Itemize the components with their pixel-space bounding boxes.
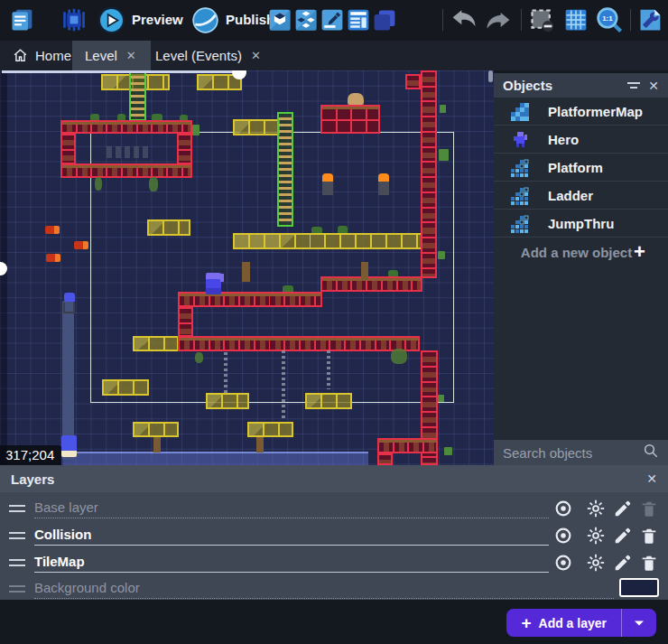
red-col[interactable] [421, 70, 437, 278]
chain[interactable] [282, 350, 285, 420]
post[interactable] [256, 437, 264, 453]
moss[interactable] [438, 395, 444, 402]
edit-layer-icon[interactable] [613, 499, 633, 518]
moss[interactable] [192, 125, 199, 135]
properties-list-icon[interactable] [346, 7, 371, 33]
post[interactable] [242, 262, 250, 282]
red-block[interactable] [320, 105, 380, 134]
close-objects-icon[interactable]: ✕ [648, 79, 659, 93]
layer-name-field[interactable]: Collision [34, 526, 549, 546]
project-manager-icon[interactable] [9, 7, 34, 33]
moss[interactable] [440, 105, 446, 113]
red-row[interactable] [60, 163, 192, 178]
background-color-swatch[interactable] [619, 578, 659, 597]
grass[interactable] [283, 285, 293, 292]
red-col[interactable] [377, 453, 393, 465]
enemy[interactable] [74, 241, 88, 249]
edit-layer-icon[interactable] [613, 553, 633, 573]
layer-name-field[interactable]: Background color [34, 579, 614, 599]
search-objects-input[interactable]: Search objects [494, 440, 668, 465]
grass[interactable] [90, 114, 99, 120]
edit-layer-icon[interactable] [613, 526, 633, 546]
red-row[interactable] [377, 438, 438, 453]
add-new-object-button[interactable]: Add a new object + [494, 238, 668, 266]
delete-layer-icon[interactable] [639, 526, 659, 546]
handle[interactable] [232, 70, 246, 79]
object-row-jumpthru[interactable]: JumpThru [494, 210, 668, 238]
vine[interactable] [195, 352, 203, 363]
deselect-icon[interactable] [529, 7, 554, 33]
yellow[interactable] [102, 379, 149, 396]
sprite-bird[interactable] [64, 293, 75, 302]
add-layer-dropdown-button[interactable] [622, 609, 656, 637]
yellow[interactable] [305, 393, 352, 409]
zoom-1-1-icon[interactable]: 1:1 [596, 6, 624, 34]
instances-layers-icon[interactable] [372, 7, 397, 33]
red-col[interactable] [405, 74, 421, 89]
effects-icon[interactable] [586, 499, 606, 518]
moss[interactable] [439, 149, 449, 161]
redo-icon[interactable] [484, 7, 513, 33]
events-editor-icon[interactable] [320, 7, 345, 33]
delete-layer-icon[interactable] [639, 553, 659, 573]
external-layout-icon[interactable] [293, 7, 319, 33]
preview-label[interactable]: Preview [132, 12, 183, 27]
grass[interactable] [152, 114, 162, 120]
enemy[interactable] [45, 226, 60, 234]
visibility-icon[interactable] [553, 526, 573, 546]
object-row-ladder[interactable]: Ladder [494, 182, 668, 210]
yellow[interactable] [233, 233, 422, 249]
yellow[interactable] [133, 422, 179, 437]
yellow[interactable] [147, 219, 190, 236]
object-row-platformermap[interactable]: PlatformerMap [494, 98, 668, 126]
publish-icon[interactable] [191, 6, 219, 34]
grass[interactable] [338, 226, 348, 233]
torch[interactable] [322, 173, 333, 195]
red-col[interactable] [60, 134, 76, 164]
scene-editor-icon[interactable] [267, 7, 292, 33]
layer-name-field[interactable]: Base layer [34, 499, 549, 518]
scrollbar-right[interactable] [488, 70, 493, 82]
ladder[interactable] [277, 112, 293, 227]
yellow[interactable] [133, 336, 179, 351]
red-col[interactable] [178, 307, 193, 337]
effects-icon[interactable] [586, 553, 606, 573]
preview-icon[interactable] [97, 6, 125, 34]
undo-icon[interactable] [450, 7, 478, 33]
vine[interactable] [391, 349, 407, 364]
mushroom[interactable] [348, 93, 364, 105]
yellow[interactable] [233, 119, 280, 135]
tab-level-close-icon[interactable]: ✕ [125, 49, 138, 62]
red-row[interactable] [60, 120, 192, 134]
drag-handle-icon[interactable] [9, 585, 25, 593]
tab-level-events[interactable]: Level (Events) ✕ [143, 41, 275, 70]
tab-level-events-close-icon[interactable]: ✕ [249, 49, 263, 62]
ladder[interactable] [129, 70, 146, 121]
drag-handle-icon[interactable] [9, 559, 25, 566]
layer-name-field[interactable]: TileMap [34, 553, 549, 573]
vine[interactable] [95, 177, 102, 191]
object-row-hero[interactable]: Hero [494, 126, 668, 154]
chain[interactable] [327, 350, 330, 389]
grass[interactable] [180, 115, 188, 120]
enemy[interactable] [46, 254, 60, 262]
yellow[interactable] [247, 422, 293, 437]
red-row[interactable] [178, 292, 322, 307]
torch[interactable] [378, 173, 389, 195]
scene-canvas[interactable]: 317;204 [0, 70, 494, 465]
close-layers-icon[interactable]: ✕ [646, 471, 657, 486]
filter-icon[interactable] [626, 79, 641, 92]
effects-icon[interactable] [586, 526, 606, 546]
add-layer-button[interactable]: + Add a layer [506, 609, 621, 637]
moss[interactable] [438, 251, 445, 259]
debugger-icon[interactable] [61, 7, 87, 33]
post[interactable] [361, 262, 368, 280]
hero[interactable] [206, 273, 221, 294]
sprite-climber[interactable] [61, 435, 77, 457]
tab-level[interactable]: Level ✕ [72, 41, 151, 70]
red-col[interactable] [177, 134, 192, 164]
grass[interactable] [388, 270, 398, 276]
red-row[interactable] [320, 276, 422, 292]
red-row[interactable] [178, 336, 420, 351]
drag-handle-icon[interactable] [9, 505, 25, 512]
